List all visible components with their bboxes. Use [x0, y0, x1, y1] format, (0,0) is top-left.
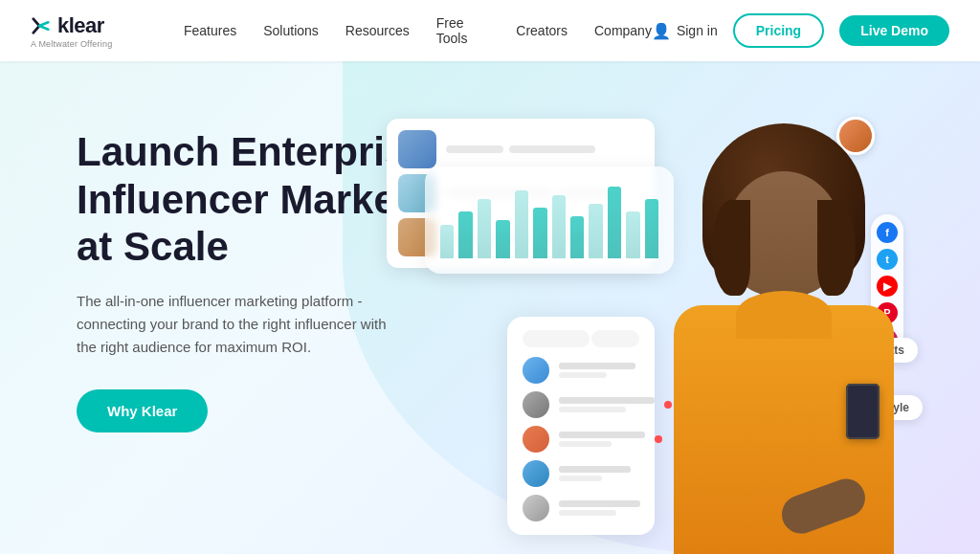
list-item [523, 357, 639, 384]
pricing-button[interactable]: Pricing [733, 13, 824, 48]
row-bar [559, 500, 640, 507]
row-bar [559, 466, 631, 473]
nav-solutions[interactable]: Solutions [263, 23, 319, 38]
list-avatar-5 [523, 495, 549, 521]
chart-bar [608, 187, 621, 258]
chart-bar [496, 220, 509, 258]
woman-figure [635, 114, 932, 554]
hero-subtitle: The all-in-one influencer marketing plat… [77, 290, 402, 359]
list-row-content [559, 363, 635, 378]
user-icon: 👤 [652, 22, 671, 40]
nav-creators[interactable]: Creators [516, 23, 568, 38]
row-bar [559, 441, 612, 447]
hair-left [712, 200, 750, 296]
chart-bar [515, 190, 528, 258]
info-bar [509, 145, 595, 153]
nav-right: 👤 Sign in Pricing Live Demo [652, 13, 949, 48]
nav-free-tools[interactable]: Free Tools [436, 15, 490, 46]
hero-section: Launch Enterprise Influencer Marketing a… [0, 61, 980, 554]
phone [846, 384, 880, 439]
list-avatar-3 [523, 426, 549, 453]
row-bar [559, 510, 616, 516]
sign-in-label: Sign in [677, 23, 718, 38]
list-item [523, 495, 639, 521]
nav-links: Features Solutions Resources Free Tools … [184, 15, 652, 46]
list-card [507, 317, 655, 535]
chart-bars [440, 182, 658, 258]
chart-bar [458, 211, 472, 258]
list-search-bar [523, 330, 590, 347]
chart-bar [533, 208, 546, 258]
live-demo-button[interactable]: Live Demo [839, 15, 949, 46]
list-filter-bar [591, 330, 639, 347]
nav-resources[interactable]: Resources [345, 23, 410, 38]
list-avatar-4 [523, 460, 549, 487]
chart-bar [589, 204, 602, 258]
list-rows [523, 357, 639, 521]
list-item [523, 460, 639, 487]
collar [736, 291, 832, 339]
sign-in-button[interactable]: 👤 Sign in [652, 22, 718, 40]
logo[interactable]: klear A Meltwater Offering [31, 13, 145, 49]
hair-right [817, 200, 856, 296]
hero-right: f t ▶ P ◉ [479, 109, 923, 554]
why-klear-button[interactable]: Why Klear [77, 389, 208, 432]
chart-bar [570, 216, 584, 258]
list-item [523, 426, 639, 453]
row-bar [559, 407, 626, 412]
list-avatar-2 [523, 391, 549, 418]
row-bar [559, 476, 602, 481]
list-card-header [523, 330, 639, 347]
row-bar [559, 372, 607, 378]
row-bar [559, 432, 645, 438]
brand-tagline: A Meltwater Offering [31, 39, 145, 49]
list-item [523, 391, 639, 418]
row-bar [559, 363, 635, 369]
list-row-content [559, 432, 645, 447]
logo-icon [31, 15, 52, 36]
brand-name: klear [57, 13, 104, 38]
chart-bar [552, 195, 566, 258]
nav-features[interactable]: Features [184, 23, 236, 38]
chart-bar [440, 225, 454, 258]
nav-company[interactable]: Company [594, 23, 652, 38]
navbar: klear A Meltwater Offering Features Solu… [0, 0, 980, 61]
list-avatar-1 [523, 357, 549, 384]
list-row-content [559, 466, 631, 481]
influencer-avatar-1 [398, 130, 436, 168]
chart-bar [478, 199, 491, 258]
info-bar [446, 145, 503, 153]
list-row-content [559, 500, 640, 516]
